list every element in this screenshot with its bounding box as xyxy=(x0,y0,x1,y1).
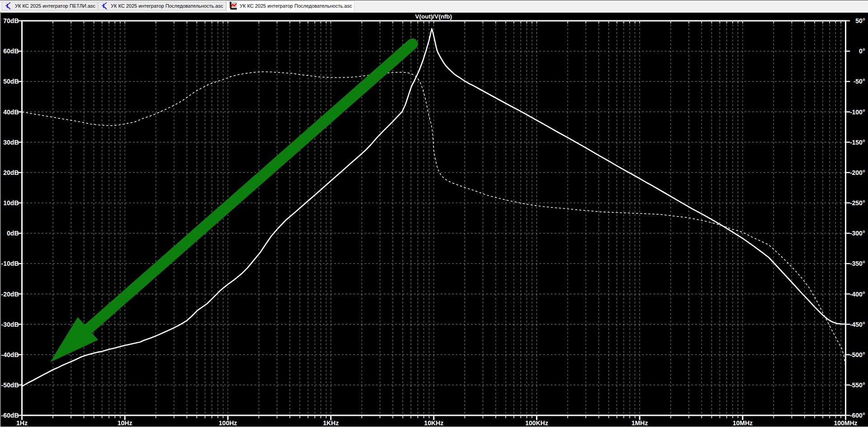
svg-text:0dB: 0dB xyxy=(7,230,19,237)
svg-text:1Hz: 1Hz xyxy=(16,419,28,427)
svg-text:-450°: -450° xyxy=(850,321,865,328)
svg-text:50°: 50° xyxy=(855,17,865,24)
svg-text:30dB: 30dB xyxy=(3,139,19,146)
svg-text:50dB: 50dB xyxy=(3,78,19,85)
svg-text:1MHz: 1MHz xyxy=(631,419,648,427)
svg-text:10MHz: 10MHz xyxy=(733,419,753,427)
svg-text:-600°: -600° xyxy=(850,412,865,419)
svg-text:10dB: 10dB xyxy=(3,199,19,207)
svg-text:-500°: -500° xyxy=(850,351,865,358)
svg-text:1KHz: 1KHz xyxy=(323,419,339,427)
svg-text:40dB: 40dB xyxy=(3,108,19,116)
svg-text:100Hz: 100Hz xyxy=(219,419,237,427)
svg-text:100KHz: 100KHz xyxy=(525,419,548,427)
svg-text:-350°: -350° xyxy=(850,260,865,267)
svg-text:-200°: -200° xyxy=(850,169,865,176)
svg-text:-300°: -300° xyxy=(850,230,865,237)
svg-text:-50°: -50° xyxy=(854,78,865,85)
svg-text:V(out)/V(nfb): V(out)/V(nfb) xyxy=(415,13,452,20)
svg-text:-10dB: -10dB xyxy=(1,260,19,267)
svg-text:-100°: -100° xyxy=(850,108,865,116)
svg-text:10Hz: 10Hz xyxy=(118,419,133,427)
svg-text:-550°: -550° xyxy=(850,381,865,389)
svg-text:-250°: -250° xyxy=(850,199,865,207)
svg-text:-60dB: -60dB xyxy=(1,412,19,419)
svg-text:-150°: -150° xyxy=(850,139,865,146)
svg-text:-50dB: -50dB xyxy=(1,381,19,389)
svg-text:-400°: -400° xyxy=(850,291,865,298)
svg-text:0°: 0° xyxy=(859,47,865,55)
svg-text:100MHz: 100MHz xyxy=(834,419,857,427)
svg-text:-40dB: -40dB xyxy=(1,351,19,358)
svg-text:70dB: 70dB xyxy=(3,17,19,24)
svg-text:20dB: 20dB xyxy=(3,169,19,176)
svg-text:-20dB: -20dB xyxy=(1,291,19,298)
svg-text:10KHz: 10KHz xyxy=(424,419,444,427)
svg-text:-30dB: -30dB xyxy=(1,321,19,328)
svg-text:60dB: 60dB xyxy=(3,47,19,55)
